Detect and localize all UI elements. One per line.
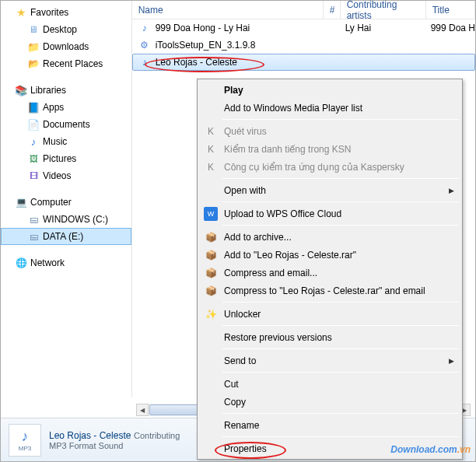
menu-label: Công cụ kiểm tra ứng dụng của Kaspersky (224, 162, 404, 173)
sidebar-item-videos[interactable]: 🎞 Videos (1, 167, 131, 184)
library-icon: 📘 (27, 101, 40, 114)
menu-label: Upload to WPS Office Cloud (224, 208, 341, 219)
file-row-selected[interactable]: ♪ Leo Rojas - Celeste (132, 54, 475, 71)
menu-compress-email[interactable]: 📦Compress and email... (199, 264, 460, 282)
videos-icon: 🎞 (27, 170, 40, 182)
sidebar-item-downloads[interactable]: 📁 Downloads (1, 38, 131, 55)
menu-separator (222, 348, 459, 349)
menu-label: Compress and email... (224, 268, 317, 278)
recent-icon: 📂 (27, 58, 40, 70)
winrar-icon: 📦 (204, 284, 218, 298)
sidebar-item-label: Apps (43, 102, 64, 113)
menu-label: Cut (224, 379, 239, 390)
menu-label: Add to archive... (224, 232, 292, 243)
pictures-icon: 🖼 (27, 152, 40, 165)
menu-separator (222, 325, 459, 326)
context-menu: Play Add to Windows Media Player list KQ… (197, 79, 463, 460)
computer-label: Computer (30, 197, 72, 208)
winrar-icon: 📦 (204, 230, 218, 244)
audio-file-icon: ♪ (138, 22, 151, 34)
sidebar-item-pictures[interactable]: 🖼 Pictures (1, 150, 131, 167)
sidebar-item-label: Documents (43, 119, 90, 130)
watermark-text: .com (436, 444, 457, 455)
libraries-label: Libraries (30, 85, 66, 96)
menu-add-wmp[interactable]: Add to Windows Media Player list (199, 99, 460, 117)
column-artist[interactable]: Contributing artists (341, 1, 426, 19)
menu-separator (222, 119, 459, 120)
menu-restore-versions[interactable]: Restore previous versions (199, 328, 460, 346)
sidebar-item-apps[interactable]: 📘 Apps (1, 99, 131, 116)
music-note-icon: ♪ (22, 429, 29, 445)
navigation-pane: ★ Favorites 🖥 Desktop 📁 Downloads 📂 Rece… (1, 1, 131, 397)
drive-icon: 🖴 (27, 230, 40, 243)
file-type-icon: ♪ MP3 (9, 424, 41, 457)
network-header[interactable]: 🌐 Network (1, 254, 131, 271)
network-icon: 🌐 (15, 257, 27, 269)
menu-open-with[interactable]: Open with▶ (199, 181, 460, 199)
menu-separator (222, 413, 459, 414)
sidebar-drive-c[interactable]: 🖴 WINDOWS (C:) (1, 211, 131, 228)
scroll-left-button[interactable]: ◀ (136, 404, 149, 416)
menu-archive-add[interactable]: 📦Add to archive... (199, 228, 460, 246)
favorites-header[interactable]: ★ Favorites (1, 4, 131, 21)
menu-unlocker[interactable]: ✨Unlocker (199, 305, 460, 323)
wps-icon: W (204, 207, 218, 221)
watermark-text: .vn (457, 444, 471, 455)
sidebar-item-label: DATA (E:) (43, 231, 83, 242)
menu-label: Add to "Leo Rojas - Celeste.rar" (224, 250, 356, 261)
drive-icon: 🖴 (27, 213, 40, 226)
file-ext-label: MP3 (19, 445, 31, 452)
music-icon: ♪ (27, 135, 40, 148)
file-row[interactable]: ⚙ iToolsSetup_EN_3.1.9.8 (132, 37, 475, 54)
menu-label: Add to Windows Media Player list (224, 103, 362, 114)
sidebar-drive-e[interactable]: 🖴 DATA (E:) (1, 228, 131, 245)
folder-icon: 📁 (27, 40, 40, 53)
sidebar-item-label: Pictures (43, 153, 76, 164)
menu-separator (222, 225, 459, 226)
menu-wps-upload[interactable]: WUpload to WPS Office Cloud (199, 205, 460, 222)
kaspersky-icon: K (204, 160, 218, 174)
winrar-icon: 📦 (204, 248, 218, 262)
watermark: Download.com.vn (390, 439, 471, 457)
libraries-icon: 📚 (15, 84, 27, 96)
details-title: Leo Rojas - Celeste (49, 430, 131, 441)
menu-label: Send to (224, 355, 256, 366)
menu-archive-named[interactable]: 📦Add to "Leo Rojas - Celeste.rar" (199, 246, 460, 264)
library-icon: 📄 (27, 118, 40, 131)
star-icon: ★ (15, 6, 27, 19)
sidebar-item-documents[interactable]: 📄 Documents (1, 116, 131, 133)
menu-separator (222, 201, 459, 202)
menu-scan-virus[interactable]: KQuét virus (199, 122, 460, 140)
libraries-header[interactable]: 📚 Libraries (1, 82, 131, 99)
menu-label: Copy (224, 397, 246, 408)
computer-header[interactable]: 💻 Computer (1, 194, 131, 211)
sidebar-item-desktop[interactable]: 🖥 Desktop (1, 21, 131, 38)
menu-rename[interactable]: Rename (199, 416, 460, 434)
file-artist: Ly Hai (345, 23, 431, 33)
file-row[interactable]: ♪ 999 Doa Hong - Ly Hai Ly Hai 999 Doa H (132, 19, 475, 37)
menu-compress-named-email[interactable]: 📦Compress to "Leo Rojas - Celeste.rar" a… (199, 282, 460, 299)
menu-cut[interactable]: Cut (199, 375, 460, 393)
column-number[interactable]: # (324, 1, 341, 19)
favorites-label: Favorites (30, 7, 68, 18)
sidebar-item-recent[interactable]: 📂 Recent Places (1, 55, 131, 72)
kaspersky-icon: K (204, 142, 218, 156)
file-name: 999 Doa Hong - Ly Hai (156, 23, 328, 33)
menu-label: Open with (224, 185, 266, 196)
menu-copy[interactable]: Copy (199, 393, 460, 411)
menu-label: Properties (224, 443, 267, 454)
submenu-arrow-icon: ▶ (449, 187, 454, 194)
file-title: 999 Doa H (431, 23, 475, 33)
menu-label: Unlocker (224, 309, 261, 320)
menu-play[interactable]: Play (199, 81, 460, 99)
column-title[interactable]: Title (426, 1, 475, 19)
menu-kav-tool[interactable]: KCông cụ kiểm tra ứng dụng của Kaspersky (199, 158, 460, 176)
menu-label: Compress to "Leo Rojas - Celeste.rar" an… (224, 285, 425, 296)
column-name[interactable]: Name (132, 1, 324, 19)
menu-label: Play (224, 85, 243, 96)
sidebar-item-music[interactable]: ♪ Music (1, 133, 131, 150)
menu-send-to[interactable]: Send to▶ (199, 352, 460, 369)
wand-icon: ✨ (204, 307, 218, 321)
menu-ksn[interactable]: KKiểm tra danh tiếng trong KSN (199, 140, 460, 158)
network-label: Network (30, 257, 65, 268)
